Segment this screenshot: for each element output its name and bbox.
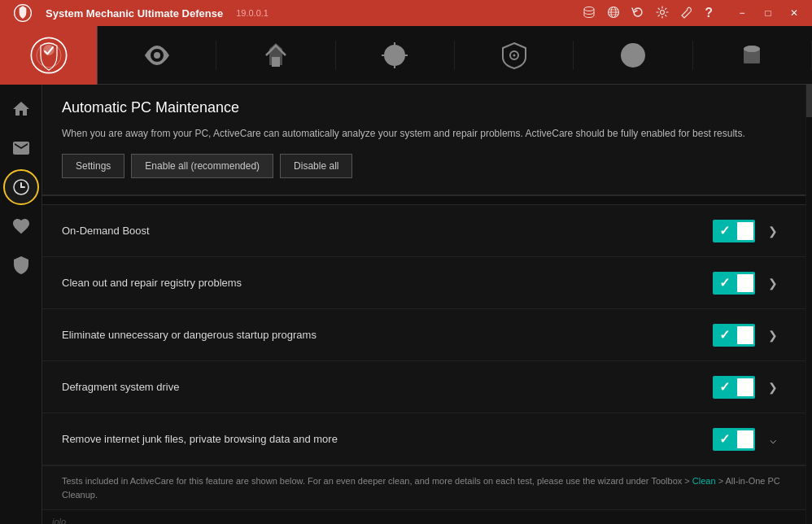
app-title: System Mechanic Ultimate Defense (46, 7, 223, 20)
bottom-note-text: Tests included in ActiveCare for this fe… (62, 476, 780, 500)
sidebar-item-activecare[interactable] (3, 169, 39, 205)
svg-point-1 (584, 7, 594, 11)
main-layout: Automatic PC Maintenance When you are aw… (0, 85, 812, 524)
feature-controls: ✓ ❯ (713, 218, 786, 244)
scrollbar-track[interactable] (805, 85, 812, 524)
title-bar: System Mechanic Ultimate Defense 19.0.0.… (0, 0, 812, 26)
nav-item-repair[interactable] (216, 41, 335, 70)
sidebar-item-home[interactable] (3, 91, 39, 127)
toggle-check-icon: ✓ (719, 223, 730, 238)
sidebar-item-health[interactable] (3, 208, 39, 244)
feature-label: Clean out and repair registry problems (62, 277, 242, 289)
toggle-knob (737, 274, 753, 292)
chevron-down-icon[interactable]: ⌵ (760, 426, 786, 452)
feature-controls: ✓ ❯ (713, 374, 786, 400)
feature-controls: ✓ ❯ (713, 270, 786, 296)
help-icon[interactable]: ? (705, 6, 713, 20)
toggle-knob (737, 378, 753, 396)
main-content: Automatic PC Maintenance When you are aw… (42, 85, 805, 524)
bottom-bar: iolo (42, 509, 805, 524)
feature-row: On-Demand Boost ✓ ❯ (42, 205, 805, 257)
feature-row: Defragment system drive ✓ ❯ (42, 361, 805, 413)
chevron-right-icon[interactable]: ❯ (760, 322, 786, 348)
close-button[interactable]: ✕ (783, 5, 805, 21)
toggle-registry[interactable]: ✓ (713, 272, 755, 295)
title-bar-icons: ? − □ ✕ (583, 5, 805, 21)
minimize-button[interactable]: − (731, 5, 753, 21)
feature-label: Eliminate unnecessary or dangerous start… (62, 329, 317, 341)
toggle-junk[interactable]: ✓ (713, 428, 755, 451)
action-buttons: Settings Enable all (recommended) Disabl… (62, 154, 786, 178)
enable-all-button[interactable]: Enable all (recommended) (131, 154, 273, 178)
settings-button[interactable]: Settings (62, 154, 124, 178)
toggle-knob (737, 430, 753, 448)
toggle-check-icon: ✓ (719, 379, 730, 395)
refresh-icon[interactable] (631, 6, 644, 21)
disable-all-button[interactable]: Disable all (280, 154, 352, 178)
nav-logo[interactable] (0, 26, 98, 85)
database-icon[interactable] (583, 6, 596, 21)
nav-item-security[interactable] (455, 41, 574, 70)
app-logo (7, 2, 39, 24)
svg-point-26 (744, 46, 760, 52)
svg-rect-11 (272, 57, 280, 67)
toggle-knob (737, 326, 753, 344)
sidebar-item-notifications[interactable] (3, 130, 39, 166)
svg-point-7 (661, 10, 665, 14)
window-controls[interactable]: − □ ✕ (731, 5, 805, 21)
toggle-check-icon: ✓ (719, 327, 730, 343)
svg-point-14 (393, 54, 396, 57)
content-header: Automatic PC Maintenance When you are aw… (42, 85, 805, 195)
toggle-on-demand-boost[interactable]: ✓ (713, 220, 755, 242)
top-nav (0, 26, 812, 85)
svg-point-9 (43, 44, 54, 55)
svg-point-20 (513, 54, 515, 56)
nav-item-target[interactable] (336, 41, 455, 70)
feature-row-expanded: Remove internet junk files, private brow… (42, 413, 805, 465)
company-name: iolo (52, 517, 66, 525)
page-description: When you are away from your PC, ActiveCa… (62, 126, 786, 141)
feature-row: Clean out and repair registry problems ✓… (42, 257, 805, 309)
feature-label: Defragment system drive (62, 381, 180, 393)
feature-label: On-Demand Boost (62, 225, 150, 237)
toggle-check-icon: ✓ (719, 275, 730, 290)
page-title: Automatic PC Maintenance (62, 99, 786, 116)
feature-controls: ✓ ⌵ (713, 426, 786, 452)
feature-list: On-Demand Boost ✓ ❯ Clean out and repair… (42, 205, 805, 465)
settings-icon[interactable] (656, 6, 669, 21)
chevron-right-icon[interactable]: ❯ (760, 270, 786, 296)
globe-icon[interactable] (607, 6, 620, 21)
chevron-right-icon[interactable]: ❯ (760, 374, 786, 400)
maximize-button[interactable]: □ (757, 5, 779, 21)
toggle-startup[interactable]: ✓ (713, 324, 755, 347)
app-version: 19.0.0.1 (236, 8, 268, 18)
sidebar (0, 85, 42, 524)
toggle-knob (737, 222, 753, 240)
section-divider (42, 195, 805, 205)
feature-row: Eliminate unnecessary or dangerous start… (42, 309, 805, 361)
toggle-defrag[interactable]: ✓ (713, 376, 755, 399)
nav-item-toolkit[interactable] (693, 41, 812, 70)
nav-item-overview[interactable] (98, 41, 216, 70)
nav-item-boost[interactable] (574, 41, 692, 70)
clean-link[interactable]: Clean (692, 476, 716, 486)
wrench-icon[interactable] (680, 6, 693, 21)
toggle-check-icon: ✓ (719, 431, 730, 447)
feature-label: Remove internet junk files, private brow… (62, 433, 338, 445)
sidebar-item-shield[interactable] (3, 247, 39, 283)
scrollbar-thumb[interactable] (806, 85, 812, 117)
feature-controls: ✓ ❯ (713, 322, 786, 348)
bottom-note: Tests included in ActiveCare for this fe… (42, 465, 805, 509)
chevron-right-icon[interactable]: ❯ (760, 218, 786, 244)
